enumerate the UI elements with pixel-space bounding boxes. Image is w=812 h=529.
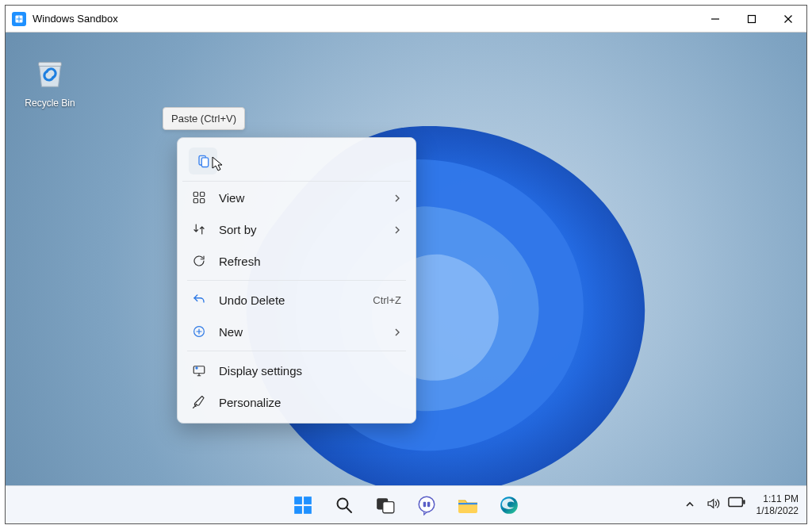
svg-rect-11 bbox=[201, 199, 205, 203]
svg-line-20 bbox=[347, 508, 351, 512]
brush-icon bbox=[192, 395, 206, 409]
chevron-right-icon bbox=[393, 325, 401, 339]
cursor-icon bbox=[212, 156, 224, 172]
menu-shortcut: Ctrl+Z bbox=[373, 294, 401, 306]
recycle-bin-label: Recycle Bin bbox=[20, 98, 80, 109]
menu-separator bbox=[187, 280, 406, 281]
svg-rect-7 bbox=[201, 158, 208, 167]
svg-rect-17 bbox=[294, 506, 302, 514]
menu-item-view[interactable]: View bbox=[182, 182, 411, 213]
chevron-right-icon bbox=[393, 191, 401, 205]
svg-rect-25 bbox=[427, 501, 430, 507]
svg-rect-5 bbox=[39, 63, 62, 67]
recycle-bin-icon bbox=[32, 55, 68, 91]
sort-icon bbox=[192, 222, 206, 236]
menu-item-refresh[interactable]: Refresh bbox=[182, 245, 411, 277]
svg-rect-22 bbox=[383, 501, 394, 512]
menu-item-undo-delete[interactable]: Undo Delete Ctrl+Z bbox=[182, 284, 411, 316]
task-view-button[interactable] bbox=[369, 489, 402, 522]
menu-label: Display settings bbox=[219, 364, 401, 378]
svg-rect-8 bbox=[193, 192, 197, 196]
recycle-bin[interactable]: Recycle Bin bbox=[20, 55, 80, 109]
windows-logo-icon bbox=[293, 495, 313, 516]
minimize-button[interactable] bbox=[697, 6, 733, 33]
start-button[interactable] bbox=[286, 489, 320, 522]
svg-rect-9 bbox=[201, 192, 205, 196]
svg-rect-13 bbox=[193, 366, 205, 374]
chat-button[interactable] bbox=[410, 489, 443, 522]
context-menu: View Sort by Refresh bbox=[177, 137, 416, 424]
svg-rect-18 bbox=[304, 506, 312, 514]
plus-circle-icon bbox=[192, 324, 206, 339]
svg-point-23 bbox=[419, 496, 435, 512]
menu-label: Refresh bbox=[219, 255, 401, 268]
menu-item-display-settings[interactable]: Display settings bbox=[182, 355, 411, 386]
tooltip-paste: Paste (Ctrl+V) bbox=[163, 107, 245, 130]
clock[interactable]: 1:11 PM 1/18/2022 bbox=[756, 493, 799, 517]
file-explorer-button[interactable] bbox=[451, 489, 485, 522]
svg-point-14 bbox=[195, 366, 197, 369]
refresh-icon bbox=[192, 254, 206, 268]
window-title: Windows Sandbox bbox=[33, 13, 118, 25]
maximize-button[interactable] bbox=[733, 6, 770, 33]
sandbox-window: Windows Sandbox bbox=[5, 5, 807, 524]
undo-icon bbox=[192, 293, 206, 307]
sandbox-app-icon bbox=[12, 12, 26, 26]
menu-label: New bbox=[219, 325, 381, 339]
svg-rect-28 bbox=[729, 497, 742, 506]
task-view-icon bbox=[375, 495, 396, 516]
menu-separator bbox=[187, 351, 406, 351]
close-button[interactable] bbox=[770, 6, 806, 33]
system-tray: 1:11 PM 1/18/2022 bbox=[685, 493, 799, 517]
menu-item-sort-by[interactable]: Sort by bbox=[182, 213, 411, 245]
paste-icon bbox=[195, 153, 211, 169]
svg-rect-10 bbox=[193, 199, 197, 203]
menu-item-personalize[interactable]: Personalize bbox=[182, 386, 411, 418]
chat-icon bbox=[416, 495, 437, 516]
chevron-right-icon bbox=[393, 223, 401, 236]
grid-icon bbox=[192, 190, 206, 205]
svg-rect-2 bbox=[749, 15, 756, 22]
search-button[interactable] bbox=[327, 489, 361, 522]
menu-item-new[interactable]: New bbox=[182, 316, 411, 347]
clock-time: 1:11 PM bbox=[756, 493, 799, 505]
tray-overflow-button[interactable] bbox=[685, 498, 695, 512]
menu-label: View bbox=[219, 191, 381, 205]
search-icon bbox=[335, 496, 354, 515]
svg-rect-24 bbox=[423, 501, 426, 507]
volume-icon[interactable] bbox=[706, 496, 720, 514]
display-settings-icon bbox=[192, 363, 206, 378]
edge-button[interactable] bbox=[492, 489, 526, 522]
taskbar-center bbox=[286, 489, 526, 522]
menu-label: Personalize bbox=[219, 396, 401, 409]
menu-label: Undo Delete bbox=[219, 293, 360, 307]
edge-icon bbox=[499, 495, 519, 516]
titlebar: Windows Sandbox bbox=[6, 6, 806, 33]
taskbar: 1:11 PM 1/18/2022 bbox=[6, 485, 806, 523]
svg-rect-26 bbox=[458, 503, 477, 504]
svg-rect-29 bbox=[743, 500, 745, 504]
svg-rect-15 bbox=[294, 496, 302, 504]
clock-date: 1/18/2022 bbox=[756, 505, 799, 517]
svg-rect-16 bbox=[304, 496, 312, 504]
desktop[interactable]: Recycle Bin Paste (Ctrl+V) View bbox=[6, 33, 806, 485]
folder-icon bbox=[457, 496, 479, 515]
menu-label: Sort by bbox=[219, 223, 381, 236]
battery-icon[interactable] bbox=[728, 496, 745, 514]
